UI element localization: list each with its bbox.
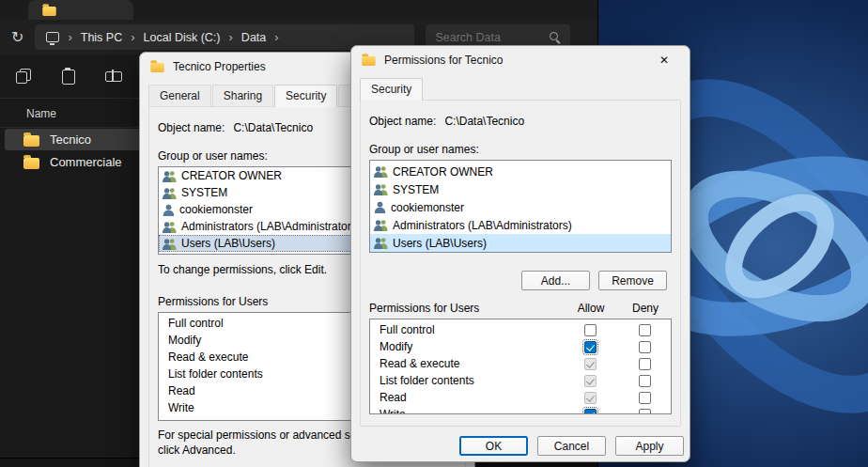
permission-label: Read	[168, 384, 195, 397]
ok-button[interactable]: OK	[459, 436, 528, 456]
group-name: Administrators (LAB\Administrators)	[181, 220, 361, 233]
permission-label: Read & execute	[168, 350, 248, 364]
explorer-tab-strip	[0, 0, 597, 20]
copy-icon[interactable]	[15, 68, 32, 85]
permissions-checkbox-list: Full control Modify Read & execute List …	[369, 319, 672, 414]
deny-checkbox-read[interactable]	[639, 392, 651, 404]
group-list: CREATOR OWNER SYSTEM cookiemonster Admin…	[369, 160, 672, 253]
group-icon	[163, 187, 177, 199]
permission-row-full-control: Full control	[370, 321, 671, 338]
permission-label: Modify	[168, 334, 201, 347]
tab-security[interactable]: Security	[360, 78, 423, 101]
folder-icon	[23, 135, 39, 147]
permission-row-list-folder-contents: List folder contents	[370, 372, 671, 389]
search-icon	[549, 31, 561, 43]
deny-checkbox-read-execute[interactable]	[639, 358, 651, 370]
group-icon	[374, 165, 388, 178]
allow-checkbox-read-execute	[584, 358, 597, 370]
breadcrumb-data[interactable]: Data	[241, 31, 266, 44]
group-icon	[374, 183, 388, 195]
paste-icon[interactable]	[60, 68, 77, 85]
apply-button[interactable]: Apply	[615, 436, 684, 456]
permissions-for-users-label: Permissions for Users	[369, 302, 563, 315]
user-icon	[163, 204, 175, 216]
permissions-tabs: Security	[351, 78, 690, 100]
permission-label: Read & execute	[380, 357, 562, 370]
dialog-title: Tecnico Properties	[173, 60, 266, 73]
search-input[interactable]	[435, 31, 538, 44]
group-name: CREATOR OWNER	[393, 165, 493, 179]
permission-label: Read	[380, 391, 562, 404]
dialog-folder-icon	[362, 55, 375, 65]
breadcrumb-this-pc[interactable]: This PC	[81, 31, 122, 44]
object-name-value: C:\Data\Tecnico	[233, 121, 313, 134]
user-icon	[374, 201, 386, 213]
allow-checkbox-write[interactable]	[584, 409, 597, 415]
dialog-title: Permissions for Tecnico	[384, 54, 504, 67]
deny-checkbox-full-control[interactable]	[639, 324, 651, 336]
group-icon	[163, 221, 177, 233]
permission-label: Full control	[380, 323, 562, 336]
breadcrumb-local-disk[interactable]: Local Disk (C:)	[144, 31, 221, 44]
permission-label: Full control	[168, 317, 224, 330]
deny-checkbox-list-folder-contents[interactable]	[639, 375, 651, 387]
group-icon	[374, 219, 388, 231]
group-name: cookiemonster	[391, 201, 464, 214]
add-button[interactable]: Add...	[521, 271, 590, 290]
tab-sharing[interactable]: Sharing	[212, 85, 273, 106]
deny-checkbox-modify[interactable]	[639, 341, 651, 353]
folder-icon	[23, 158, 39, 169]
tab-general[interactable]: General	[148, 85, 211, 106]
group-name: Users (LAB\Users)	[393, 237, 487, 250]
refresh-icon[interactable]	[11, 30, 23, 45]
permission-row-read: Read	[370, 389, 671, 406]
screen: This PC Local Disk (C:) Data Name Tecnic…	[0, 0, 868, 467]
dialog-folder-icon	[150, 62, 163, 71]
object-name-label: Object name:	[158, 121, 225, 134]
list-item-users[interactable]: Users (LAB\Users)	[370, 234, 671, 252]
list-item-system[interactable]: SYSTEM	[370, 180, 671, 198]
object-name-value: C:\Data\Tecnico	[444, 115, 524, 128]
chevron-right-icon	[229, 31, 233, 43]
permission-row-write: Write	[370, 406, 671, 414]
explorer-tab[interactable]	[28, 0, 133, 20]
close-icon[interactable]	[648, 49, 680, 70]
permission-row-read-execute: Read & execute	[370, 355, 671, 372]
file-name: Tecnico	[50, 132, 91, 147]
group-name: SYSTEM	[181, 186, 227, 199]
tab-security[interactable]: Security	[274, 85, 337, 107]
permission-label: List folder contents	[168, 367, 263, 381]
file-name: Commerciale	[50, 155, 122, 169]
rename-icon[interactable]	[105, 68, 122, 85]
permission-row-modify: Modify	[370, 338, 671, 355]
group-name: Users (LAB\Users)	[181, 237, 275, 250]
permission-label: Write	[168, 401, 194, 414]
group-icon	[163, 238, 177, 250]
remove-button[interactable]: Remove	[598, 271, 667, 290]
cancel-button[interactable]: Cancel	[537, 436, 606, 456]
group-icon	[163, 170, 177, 182]
chevron-right-icon	[68, 31, 71, 43]
group-name: Administrators (LAB\Administrators)	[393, 219, 572, 232]
object-name-label: Object name:	[369, 115, 436, 128]
list-item-cookiemonster[interactable]: cookiemonster	[370, 198, 671, 216]
allow-column-header: Allow	[563, 302, 619, 315]
group-names-label: Group or user names:	[369, 143, 672, 156]
allow-checkbox-full-control[interactable]	[584, 324, 597, 336]
deny-column-header: Deny	[619, 302, 672, 315]
this-pc-icon	[46, 32, 59, 42]
allow-checkbox-modify[interactable]	[584, 341, 597, 353]
group-icon	[374, 237, 388, 249]
permissions-dialog-titlebar[interactable]: Permissions for Tecnico	[351, 46, 690, 73]
list-item-administrators[interactable]: Administrators (LAB\Administrators)	[370, 216, 671, 234]
permission-label: Write	[380, 408, 562, 414]
security-tab-panel: Object name: C:\Data\Tecnico Group or us…	[360, 100, 681, 427]
group-name: SYSTEM	[393, 183, 439, 196]
allow-checkbox-read	[584, 392, 597, 404]
list-item-creator-owner[interactable]: CREATOR OWNER	[370, 163, 671, 180]
allow-checkbox-list-folder-contents	[584, 375, 597, 387]
permissions-dialog: Permissions for Tecnico Security Object …	[350, 45, 690, 462]
deny-checkbox-write[interactable]	[639, 409, 651, 415]
group-name: CREATOR OWNER	[181, 169, 282, 182]
chevron-right-icon	[274, 31, 278, 43]
